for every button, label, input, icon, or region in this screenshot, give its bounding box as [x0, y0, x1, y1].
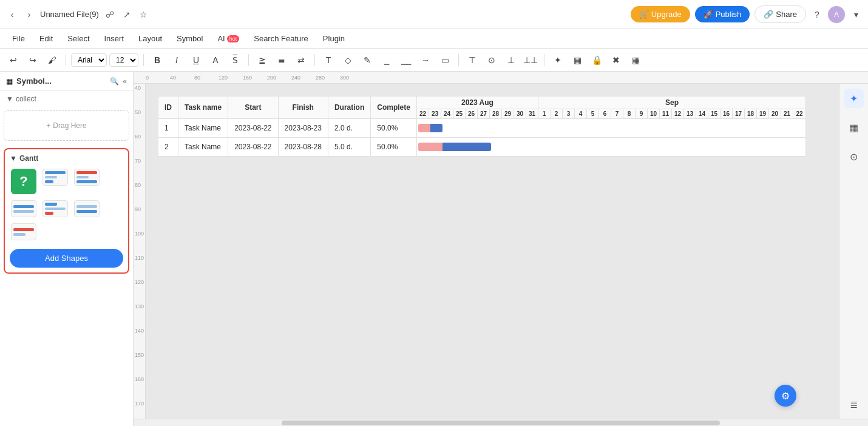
text-strikethrough-button[interactable]: S̅	[226, 52, 243, 69]
align-right-button[interactable]: ⊥	[503, 52, 520, 69]
font-color-button[interactable]: A	[207, 52, 224, 69]
align-middle-button[interactable]: ⊙	[483, 52, 500, 69]
th-id: ID	[158, 96, 178, 119]
gantt-shape-1[interactable]	[41, 167, 69, 195]
format-paint-button[interactable]: 🖌	[44, 52, 61, 69]
ruler-mark-240: 240	[291, 75, 316, 81]
sidebar-panel-icon: ▦	[6, 77, 13, 86]
avatar[interactable]: A	[828, 6, 845, 23]
forward-icon[interactable]: ›	[23, 8, 35, 21]
sidebar-collapse-icon[interactable]: «	[123, 77, 127, 86]
shape-button[interactable]: ◇	[339, 52, 356, 69]
date-30: 30	[514, 109, 526, 118]
ruler-mark-40: 40	[170, 75, 194, 81]
gantt-shape-2[interactable]	[73, 167, 101, 195]
share-button[interactable]: 🔗 Share	[754, 5, 806, 23]
publish-button[interactable]: 🚀 Publish	[695, 6, 750, 22]
menu-ai[interactable]: AI hot	[211, 32, 245, 46]
date-22b: 22	[793, 109, 805, 118]
effects-button[interactable]: ✦	[549, 52, 566, 69]
menu-symbol[interactable]: Symbol	[171, 32, 209, 46]
align-center-button[interactable]: ≣	[273, 52, 290, 69]
text-style-button[interactable]: T	[320, 52, 337, 69]
align-dropdown-button[interactable]: ⇄	[293, 52, 310, 69]
lock-button[interactable]: 🔒	[588, 52, 605, 69]
font-select[interactable]: Arial	[71, 53, 107, 67]
gantt-shape-3[interactable]	[10, 199, 38, 218]
menu-search-feature[interactable]: Search Feature	[248, 32, 314, 46]
ruler-left-numbers: 40 50 60 70 80 90 100 110 120 130 140 15…	[135, 84, 144, 419]
bar-3	[45, 212, 53, 215]
th-complete: Complete	[371, 96, 417, 119]
table-button[interactable]: ▦	[627, 52, 644, 69]
gantt-label[interactable]: ▼ Gantt	[10, 154, 123, 163]
canvas-area: 0 40 80 120 160 200 240 280 300 40 50 60…	[134, 72, 868, 426]
line-style-button[interactable]: ⎯⎯	[398, 52, 415, 69]
month-sep: Sep	[538, 96, 805, 109]
gantt-shape-5[interactable]	[73, 199, 101, 218]
redo-button[interactable]: ↪	[24, 52, 41, 69]
bold-button[interactable]: B	[149, 52, 166, 69]
floating-action-button[interactable]: ⚙	[775, 385, 796, 407]
scrollbar-thumb[interactable]	[282, 421, 719, 425]
gantt-mini-3	[11, 200, 36, 217]
top-bar-right: 🛒 Upgrade 🚀 Publish 🔗 Share ? A ▾	[631, 5, 862, 23]
dropdown-icon[interactable]: ▾	[850, 8, 862, 21]
shape-grid: ?	[10, 167, 123, 242]
right-panel-grid-icon[interactable]: ⊙	[844, 147, 864, 166]
unlink-button[interactable]: ✖	[608, 52, 625, 69]
star-icon[interactable]: ☆	[138, 8, 150, 21]
ruler-v-110: 110	[135, 254, 144, 278]
arrow-style-button[interactable]: →	[417, 52, 434, 69]
separator	[143, 54, 144, 66]
float-icon: ⚙	[781, 390, 790, 402]
right-panel-magic-icon[interactable]: ✦	[844, 89, 864, 108]
right-panel-layout-icon[interactable]: ▦	[844, 118, 864, 137]
ruler-top: 0 40 80 120 160 200 240 280 300	[134, 72, 868, 84]
drag-here-zone[interactable]: + Drag Here	[4, 110, 129, 141]
menu-layout[interactable]: Layout	[132, 32, 168, 46]
menu-select[interactable]: Select	[61, 32, 95, 46]
menu-insert[interactable]: Insert	[98, 32, 131, 46]
border-style-button[interactable]: ▭	[436, 52, 453, 69]
help-icon[interactable]: ?	[811, 8, 823, 21]
upgrade-button[interactable]: 🛒 Upgrade	[631, 6, 690, 22]
menu-edit[interactable]: Edit	[33, 32, 59, 46]
question-mark-shape: ?	[11, 169, 36, 194]
gantt-table: ID Task name Start Finish Duration Compl…	[158, 96, 806, 157]
menu-file[interactable]: File	[6, 32, 31, 46]
crop-button[interactable]: ▦	[569, 52, 586, 69]
gantt-shape-6[interactable]	[10, 222, 38, 242]
date-2: 2	[551, 109, 563, 118]
connector-button[interactable]: ⎯	[378, 52, 395, 69]
date-1: 1	[538, 109, 551, 118]
th-taskname: Task name	[178, 96, 228, 119]
ruler-v-80: 80	[135, 181, 144, 205]
cell-finish-2: 2023-08-28	[278, 138, 328, 157]
sidebar-search-icon[interactable]: 🔍	[110, 77, 119, 86]
horizontal-scrollbar[interactable]	[134, 419, 868, 426]
bookmark-icon[interactable]: ☍	[104, 8, 116, 21]
menu-plugin[interactable]: Plugin	[317, 32, 351, 46]
gantt-chart-wrapper: ID Task name Start Finish Duration Compl…	[158, 96, 806, 157]
share-file-icon[interactable]: ↗	[121, 8, 133, 21]
collect-label[interactable]: ▼ collect	[6, 95, 127, 103]
add-shapes-button[interactable]: Add Shapes	[10, 249, 123, 268]
bar-1	[45, 203, 57, 206]
pen-button[interactable]: ✎	[359, 52, 376, 69]
canvas-content[interactable]: ID Task name Start Finish Duration Compl…	[146, 84, 839, 419]
ruler-v-70: 70	[135, 157, 144, 181]
shape-question-item[interactable]: ?	[10, 167, 38, 195]
font-size-select[interactable]: 12	[109, 53, 138, 67]
align-top-button[interactable]: ⊤	[464, 52, 481, 69]
italic-button[interactable]: I	[168, 52, 185, 69]
gantt-shape-4[interactable]	[41, 199, 69, 218]
back-icon[interactable]: ‹	[6, 8, 18, 21]
table-row: 2 Task Name 2023-08-22 2023-08-28 5.0 d.…	[158, 138, 806, 157]
undo-button[interactable]: ↩	[5, 52, 22, 69]
underline-button[interactable]: U	[188, 52, 205, 69]
share-icon: 🔗	[764, 10, 773, 19]
align-left-button[interactable]: ≧	[254, 52, 271, 69]
align-dist-button[interactable]: ⊥⊥	[522, 52, 539, 69]
right-panel-bottom-icon[interactable]: ≣	[844, 394, 864, 414]
